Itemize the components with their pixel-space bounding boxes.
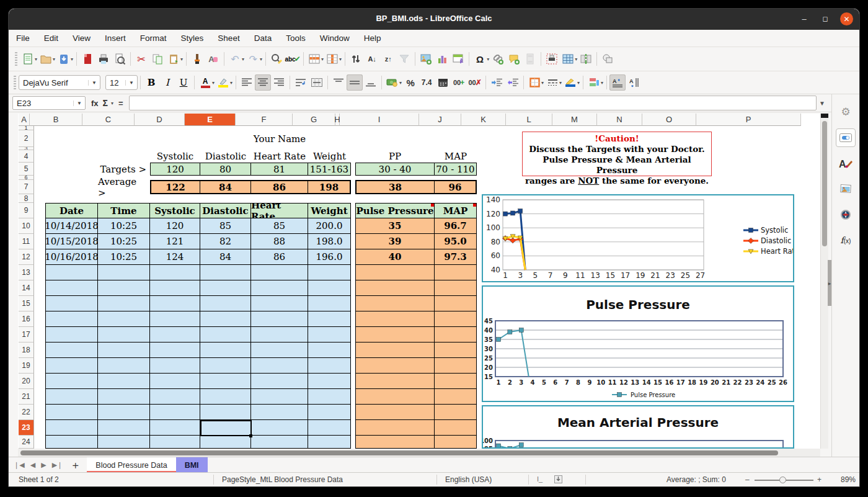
table-header-heart-rate[interactable]: Heart Rate	[251, 203, 308, 218]
last-sheet-icon[interactable]: ▶❘	[52, 461, 63, 469]
bold-icon[interactable]: B	[143, 74, 159, 91]
table-cell-C19[interactable]	[98, 358, 150, 374]
table-cell-G24[interactable]	[308, 436, 351, 449]
average-cell-D7[interactable]: 122	[150, 180, 200, 194]
paste-icon[interactable]	[166, 51, 182, 67]
table-cell-I13[interactable]	[355, 265, 435, 280]
table-cell-I12[interactable]: 40	[355, 249, 435, 265]
row-header-6[interactable]: 6	[19, 176, 34, 180]
split-window-icon[interactable]	[578, 51, 594, 67]
table-cell-F21[interactable]	[251, 389, 308, 405]
table-cell-I10[interactable]: 35	[355, 218, 435, 234]
table-cell-J11[interactable]: 95.0	[435, 234, 477, 249]
menu-file[interactable]: File	[16, 34, 30, 43]
target-cell-E5[interactable]: 80	[200, 163, 251, 176]
targets-label[interactable]: Targets >	[98, 163, 146, 176]
menu-edit[interactable]: Edit	[44, 34, 58, 43]
table-cell-D14[interactable]	[150, 280, 200, 296]
table-cell-F13[interactable]	[251, 265, 308, 280]
clone-formatting-icon[interactable]	[189, 51, 205, 67]
table-cell-E15[interactable]	[200, 296, 251, 311]
name-box-dropdown[interactable]: ▼	[73, 101, 85, 106]
table-cell-E14[interactable]	[200, 280, 251, 296]
table-cell-G11[interactable]: 198.0	[308, 234, 351, 249]
row-header-8[interactable]: 8	[19, 194, 34, 203]
average-cell-J7[interactable]: 96	[435, 180, 477, 194]
menu-window[interactable]: Window	[320, 34, 350, 43]
table-cell-E12[interactable]: 84	[200, 249, 251, 265]
font-size-combo[interactable]: 12▼	[105, 75, 138, 90]
table-cell-J13[interactable]	[435, 265, 477, 280]
table-cell-D12[interactable]: 124	[150, 249, 200, 265]
find-replace-icon[interactable]	[268, 51, 285, 67]
menu-insert[interactable]: Insert	[105, 34, 126, 43]
title-bar[interactable]: BP_BMI.ods - LibreOffice Calc – ◻ ✕	[9, 9, 859, 30]
table-cell-C10[interactable]: 10:25	[98, 218, 150, 234]
table-cell-I23[interactable]	[355, 420, 435, 436]
table-cell-E18[interactable]	[200, 343, 251, 358]
row-header-22[interactable]: 22	[19, 405, 34, 420]
table-cell-F11[interactable]: 88	[251, 234, 308, 249]
show-draw-functions-icon[interactable]	[600, 51, 616, 67]
sidebar-navigator-icon[interactable]	[836, 206, 855, 223]
table-cell-E24[interactable]	[200, 436, 251, 449]
table-cell-B16[interactable]	[45, 311, 98, 327]
table-cell-D13[interactable]	[150, 265, 200, 280]
table-cell-C22[interactable]	[98, 405, 150, 420]
table-header-time[interactable]: Time	[98, 203, 150, 218]
table-cell-C15[interactable]	[98, 296, 150, 311]
table-cell-J17[interactable]	[435, 327, 477, 343]
table-cell-E21[interactable]	[200, 389, 251, 405]
sidebar-functions-icon[interactable]: f(x)	[836, 231, 855, 249]
table-cell-I18[interactable]	[355, 343, 435, 358]
table-cell-D20[interactable]	[150, 374, 200, 389]
table-cell-G16[interactable]	[308, 311, 351, 327]
table-cell-F16[interactable]	[251, 311, 308, 327]
fill-handle[interactable]	[249, 434, 252, 437]
currency-icon[interactable]	[384, 74, 401, 91]
table-cell-B21[interactable]	[45, 389, 98, 405]
sum-icon[interactable]: Σ	[103, 98, 108, 108]
menu-help[interactable]: Help	[364, 34, 381, 43]
underline-icon[interactable]: U	[175, 74, 192, 91]
caution-note[interactable]: !Caution! Discuss the Targets with your …	[522, 132, 712, 176]
border-style-icon[interactable]	[544, 74, 560, 91]
sidebar-settings-icon[interactable]: ⚙	[836, 103, 855, 120]
tab-blood-pressure-data[interactable]: Blood Pressure Data	[87, 457, 175, 473]
table-header-pulse-pressure[interactable]: Pulse Pressure	[355, 203, 435, 218]
column-header-J[interactable]: J	[419, 114, 461, 126]
table-header-weight[interactable]: Weight	[308, 203, 351, 218]
table-cell-B14[interactable]	[45, 280, 98, 296]
center-vertically-icon[interactable]	[347, 74, 363, 91]
text-direction-ltr-icon[interactable]: A	[609, 74, 626, 91]
row-header-1[interactable]: 1	[19, 126, 34, 130]
comment-indicator-pulse-pressure[interactable]	[431, 204, 434, 207]
table-cell-B23[interactable]	[45, 420, 98, 436]
column-header-D[interactable]: D	[135, 114, 185, 126]
font-color-icon[interactable]: A	[197, 74, 213, 91]
table-cell-F19[interactable]	[251, 358, 308, 374]
table-cell-B17[interactable]	[45, 327, 98, 343]
table-cell-F15[interactable]	[251, 296, 308, 311]
row-header-20[interactable]: 20	[19, 374, 34, 389]
table-cell-G15[interactable]	[308, 296, 351, 311]
new-document-icon[interactable]	[20, 51, 36, 67]
row-header-10[interactable]: 10	[19, 218, 34, 234]
selected-cell-E23[interactable]	[200, 420, 252, 436]
table-cell-G20[interactable]	[308, 374, 351, 389]
italic-icon[interactable]: I	[159, 74, 175, 91]
menu-tools[interactable]: Tools	[286, 34, 306, 43]
table-cell-G19[interactable]	[308, 358, 351, 374]
table-cell-J10[interactable]: 96.7	[435, 218, 477, 234]
average-label[interactable]: Average >	[98, 180, 146, 194]
number-format-icon[interactable]: 7.4	[418, 74, 435, 91]
column-header-B[interactable]: B	[30, 114, 82, 126]
spell-check-icon[interactable]: abc✔	[285, 51, 301, 67]
table-cell-C21[interactable]	[98, 389, 150, 405]
header-map[interactable]: MAP	[435, 150, 477, 163]
highlight-color-icon[interactable]	[215, 74, 231, 91]
table-cell-J14[interactable]	[435, 280, 477, 296]
zoom-level[interactable]: 89%	[841, 475, 856, 484]
align-center-icon[interactable]	[255, 74, 271, 91]
table-cell-B18[interactable]	[45, 343, 98, 358]
